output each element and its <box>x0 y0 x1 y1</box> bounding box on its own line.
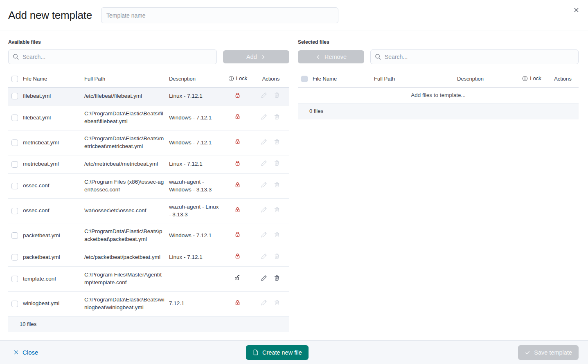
description-cell: Linux - 7.12.1 <box>169 87 223 106</box>
actions-cell <box>256 291 289 316</box>
trash-icon[interactable] <box>274 207 280 213</box>
trash-icon[interactable] <box>274 139 280 145</box>
row-checkbox[interactable] <box>11 93 18 99</box>
save-template-button[interactable]: Save template <box>518 345 579 360</box>
info-icon <box>522 76 528 81</box>
select-all-checkbox[interactable] <box>11 76 18 82</box>
edit-icon[interactable] <box>261 253 267 259</box>
file-name-cell: metricbeat.yml <box>23 130 84 155</box>
full-path-cell: /etc/packetbeat/packetbeat.yml <box>84 248 169 267</box>
actions-cell <box>256 106 289 130</box>
check-icon <box>525 350 530 355</box>
edit-icon[interactable] <box>261 92 267 98</box>
selected-files-table: File Name Full Path Description <box>298 74 579 119</box>
create-new-file-button[interactable]: Create new file <box>246 345 309 360</box>
table-header-row: File Name Full Path Description <box>298 74 579 87</box>
selected-search[interactable] <box>370 49 579 64</box>
selected-search-input[interactable] <box>385 54 574 60</box>
file-name-cell: filebeat.yml <box>23 106 84 130</box>
trash-icon[interactable] <box>274 114 280 120</box>
full-path-cell: C:\ProgramData\Elastic\Beats\winlogbeat\… <box>84 291 169 316</box>
file-name-cell: packetbeat.yml <box>23 248 84 267</box>
available-search[interactable] <box>8 49 217 64</box>
edit-icon[interactable] <box>261 275 267 281</box>
available-controls: Add <box>8 49 289 64</box>
col-lock: Lock <box>516 74 550 87</box>
file-name-cell: packetbeat.yml <box>23 223 84 248</box>
edit-icon[interactable] <box>261 139 267 145</box>
edit-icon[interactable] <box>261 299 267 306</box>
table-row: template.conf C:\Program Files\MasterAge… <box>8 267 289 292</box>
selected-files-label: Selected files <box>298 39 579 45</box>
table-header-row: File Name Full Path Description <box>8 74 289 87</box>
template-name-input[interactable] <box>101 7 338 23</box>
row-checkbox[interactable] <box>11 276 18 282</box>
table-row: filebeat.yml C:\ProgramData\Elastic\Beat… <box>8 106 289 130</box>
edit-icon[interactable] <box>261 231 267 238</box>
row-checkbox[interactable] <box>11 232 18 239</box>
row-checkbox[interactable] <box>11 301 18 307</box>
close-icon[interactable] <box>572 6 580 14</box>
table-row: filebeat.yml /etc/filebeat/filebeat.yml … <box>8 87 289 106</box>
available-files-count: 10 files <box>8 316 289 332</box>
trash-icon[interactable] <box>274 299 280 306</box>
description-cell: wazuh-agent - Windows - 3.13.3 <box>169 173 223 198</box>
lock-cell <box>223 130 256 155</box>
lock-cell <box>223 291 256 316</box>
col-actions: Actions <box>550 74 579 87</box>
full-path-cell: C:\Program Files\MasterAgent\tmp\templat… <box>84 267 169 292</box>
empty-state-row: Add files to template... <box>298 87 579 103</box>
lock-icon <box>234 92 241 99</box>
description-cell: Linux - 7.12.1 <box>169 155 223 173</box>
col-actions: Actions <box>256 74 289 87</box>
actions-cell <box>256 155 289 173</box>
remove-button[interactable]: Remove <box>298 50 364 63</box>
lock-cell <box>223 267 256 292</box>
edit-icon[interactable] <box>261 114 267 120</box>
edit-icon[interactable] <box>261 207 267 213</box>
lock-icon <box>234 299 241 306</box>
edit-icon[interactable] <box>261 160 267 166</box>
create-new-file-label: Create new file <box>262 349 302 356</box>
close-button[interactable]: Close <box>14 349 38 356</box>
available-files-count-row: 10 files <box>8 316 289 332</box>
col-description: Description <box>169 74 223 87</box>
trash-icon[interactable] <box>274 231 280 238</box>
available-search-input[interactable] <box>23 54 212 60</box>
empty-state-message: Add files to template... <box>298 87 579 103</box>
row-checkbox[interactable] <box>11 139 18 146</box>
lock-icon <box>234 253 241 259</box>
col-full-path: Full Path <box>84 74 169 87</box>
full-path-cell: C:\ProgramData\Elastic\Beats\packetbeat\… <box>84 223 169 248</box>
row-checkbox[interactable] <box>11 161 18 168</box>
trash-icon[interactable] <box>274 253 280 259</box>
table-row: packetbeat.yml C:\ProgramData\Elastic\Be… <box>8 223 289 248</box>
full-path-cell: \var\ossec\etc\ossec.conf <box>84 198 169 223</box>
description-cell: Linux - 7.12.1 <box>169 248 223 267</box>
trash-icon[interactable] <box>274 92 280 98</box>
table-row: packetbeat.yml /etc/packetbeat/packetbea… <box>8 248 289 267</box>
trash-icon[interactable] <box>274 182 280 188</box>
row-checkbox[interactable] <box>11 254 18 261</box>
row-checkbox[interactable] <box>11 115 18 121</box>
cross-icon <box>14 350 19 355</box>
full-path-cell: /etc/filebeat/filebeat.yml <box>84 87 169 106</box>
actions-cell <box>256 87 289 106</box>
actions-cell <box>256 267 289 292</box>
add-button[interactable]: Add <box>223 50 289 63</box>
selected-files-count-row: 0 files <box>298 103 579 119</box>
available-files-panel: Available files Add <box>8 39 289 332</box>
document-icon <box>252 349 259 355</box>
row-checkbox[interactable] <box>11 183 18 189</box>
trash-icon[interactable] <box>274 160 280 166</box>
col-file-name: File Name <box>313 74 374 87</box>
edit-icon[interactable] <box>261 182 267 188</box>
row-checkbox[interactable] <box>11 208 18 214</box>
trash-icon[interactable] <box>274 275 280 281</box>
lock-icon <box>234 231 241 238</box>
col-full-path: Full Path <box>374 74 457 87</box>
lock-icon <box>234 182 241 188</box>
chevron-left-icon <box>315 54 321 60</box>
actions-cell <box>256 248 289 267</box>
lock-cell <box>223 248 256 267</box>
